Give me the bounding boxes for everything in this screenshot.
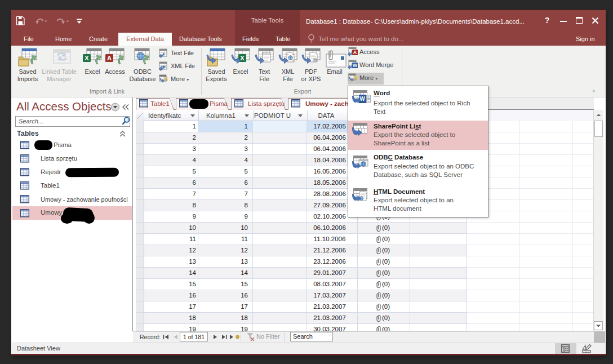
svg-text:W: W (359, 96, 365, 102)
svg-text:W: W (353, 63, 358, 68)
svg-text:A: A (353, 50, 357, 55)
